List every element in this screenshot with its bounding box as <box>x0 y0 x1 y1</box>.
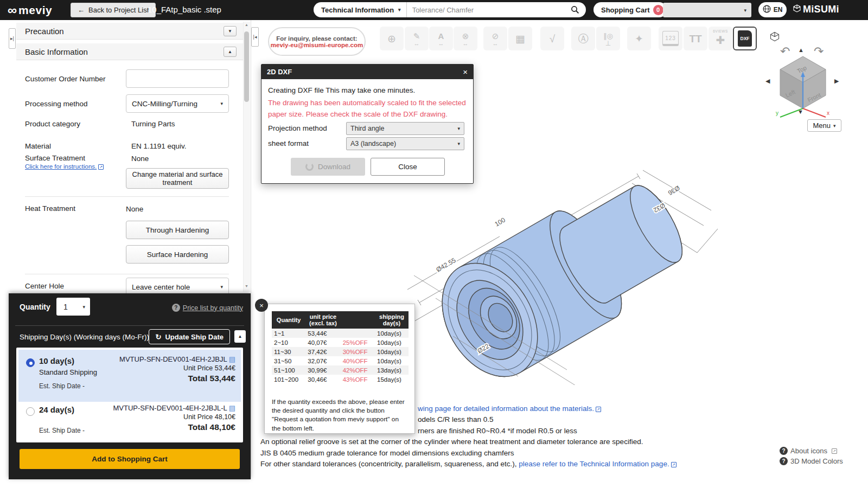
material-label: Material <box>25 142 51 150</box>
section-basic-information[interactable]: Basic Information ▲ <box>16 43 243 60</box>
back-to-project-list-button[interactable]: ← Back to Project List <box>71 3 156 17</box>
basic-information-collapse-button[interactable]: ▲ <box>224 47 237 57</box>
shopping-cart-label: Shopping Cart <box>601 6 650 14</box>
shipping-collapse-button[interactable]: ▲ <box>234 330 246 343</box>
change-material-button[interactable]: Change material and surface treatment <box>126 168 229 189</box>
shipping-days-value: 24 day(s) <box>39 405 74 414</box>
viewer-menu-button[interactable]: Menu ▾ <box>807 119 841 132</box>
unit-price: Unit Price 48,10€ <box>113 413 235 421</box>
surface-roughness-button[interactable]: √ <box>540 27 564 50</box>
note-relief-groove: An optional relief groove is set at the … <box>260 438 643 446</box>
materials-link-fragment[interactable]: wing page for detailed information about… <box>418 404 601 413</box>
part-number: MVTUP-SFN-DEV001-4EH-2JBJL-L <box>113 404 227 412</box>
measure-button[interactable]: 123 <box>659 27 682 50</box>
text-dimension-button[interactable]: A↔ <box>429 27 453 50</box>
viewer-collapse-handle[interactable]: |◂ <box>251 27 259 47</box>
edit-dimension-button[interactable]: ✎↔ <box>405 27 429 50</box>
instructions-link[interactable]: Click here for instructions.↗ <box>25 163 104 170</box>
dimension-arrow-icon: ↔ <box>414 41 420 46</box>
shipping-option-24-days[interactable]: 24 day(s) Est. Ship Date - MVTUP-SFN-DEV… <box>18 402 241 440</box>
quantity-select[interactable]: 1 ▾ <box>56 298 90 316</box>
delete-dimension-button[interactable]: ⊗↔ <box>454 27 477 50</box>
copy-document-icon[interactable]: ▤ <box>229 355 235 363</box>
divider <box>25 196 229 197</box>
technical-information-link[interactable]: please refer to the Technical Informatio… <box>519 460 676 468</box>
table-row: 31~5032,07€40%OFF10day(s) <box>272 356 409 365</box>
sheet-format-select[interactable]: A3 (landscape) ▾ <box>346 137 464 150</box>
scroll-down-arrow[interactable]: ▼ <box>243 284 250 288</box>
svg-text:x: x <box>827 110 829 116</box>
chevron-down-icon: ▾ <box>744 8 746 13</box>
technical-information-dropdown[interactable]: Technical Information ▾ <box>314 2 407 17</box>
customer-order-number-input[interactable] <box>126 69 229 88</box>
sidebar-collapse-handle[interactable]: ▸| <box>9 28 16 49</box>
hole-table-button[interactable]: ▦ <box>508 27 532 50</box>
add-to-shopping-cart-button[interactable]: Add to Shopping Cart <box>20 449 240 469</box>
col-shipping: shippingday(s) <box>375 311 409 329</box>
misumi-cube-icon <box>793 4 801 15</box>
copy-document-icon[interactable]: ▤ <box>229 404 235 412</box>
header-empty-dropdown[interactable]: ▾ <box>663 3 751 17</box>
search-input[interactable] <box>407 6 569 14</box>
search-icon[interactable] <box>569 5 586 14</box>
model-colors-link[interactable]: ? 3D Model Colors <box>780 457 843 465</box>
surface-hardening-button[interactable]: Surface Hardening <box>126 245 229 264</box>
price-popup-close-icon[interactable]: × <box>255 299 268 312</box>
option-price-block: MVTUP-SFN-DEV001-4EH-2JBJL▤ Unit Price 5… <box>119 354 235 383</box>
annotation-button[interactable]: Ⓐ <box>571 27 595 50</box>
close-icon[interactable]: × <box>463 67 468 76</box>
divider <box>15 325 244 326</box>
product-category-label: Product category <box>25 120 80 128</box>
dxf-download-button[interactable]: DXF <box>733 27 757 50</box>
center-hole-label: Center Hole <box>25 282 64 290</box>
external-link-icon: ↗ <box>832 448 837 454</box>
section-precaution[interactable]: Precaution ▼ <box>16 23 243 40</box>
about-icons-link[interactable]: ? About icons ↗ <box>780 447 843 455</box>
text-size-button[interactable]: TT <box>684 27 707 50</box>
precaution-expand-button[interactable]: ▼ <box>224 26 237 36</box>
cube-up-arrow[interactable]: ▲ <box>798 47 804 53</box>
svg-text:Ø36: Ø36 <box>667 184 681 197</box>
table-row: 101~20030,46€43%OFF15day(s) <box>272 375 409 384</box>
chevron-down-icon: ▾ <box>833 123 836 129</box>
download-button[interactable]: Download <box>291 158 365 176</box>
cube-right-arrow[interactable]: ▶ <box>834 78 839 85</box>
back-button-label: Back to Project List <box>88 6 149 14</box>
update-ship-date-button[interactable]: ↻ Update Ship Date <box>149 329 230 344</box>
note-fragment-corners: rners are finished R0~R0.4 *if model R0.… <box>418 427 577 435</box>
processing-method-select[interactable]: CNC-Milling/Turning ▾ <box>126 94 229 113</box>
heat-treatment-label: Heat Treatment <box>25 204 75 213</box>
view-cube[interactable]: Top Left Front y x <box>775 53 831 121</box>
help-icon: ? <box>780 447 788 455</box>
dxf-close-button[interactable]: Close <box>371 158 445 176</box>
total-price: Total 48,10€ <box>113 422 235 432</box>
meviy-logo[interactable]: ∞ meviy <box>8 0 52 20</box>
radio-selected-icon[interactable] <box>26 358 35 367</box>
chevron-down-icon: ▾ <box>457 126 460 131</box>
chevron-down-icon: ▾ <box>398 7 401 12</box>
3d-model-viewport[interactable]: 100 Ø36 Ø32 Ø42.55 Ø22 <box>404 157 719 385</box>
misumi-logo[interactable]: MiSUMi <box>793 4 839 15</box>
shipping-method: Standard Shipping <box>39 368 97 376</box>
cube-left-arrow[interactable]: ◀ <box>765 78 770 85</box>
top-bar: ∞ meviy ← Back to Project List 10_FAtp_b… <box>0 0 868 20</box>
chamfer-button[interactable]: ✦ <box>627 27 651 50</box>
sidebar-scrollbar-thumb[interactable] <box>244 31 249 102</box>
heat-treatment-value: None <box>126 205 143 213</box>
geometric-tolerance-button[interactable]: ∥◎⊥ <box>596 27 620 50</box>
radio-unselected-icon[interactable] <box>26 407 35 416</box>
divider <box>25 274 229 274</box>
six-views-button[interactable]: 6VIEWS✚ <box>709 27 732 50</box>
language-selector[interactable]: EN <box>758 2 787 17</box>
datum-target-button[interactable]: ⊕ <box>380 27 404 50</box>
projection-method-select[interactable]: Third angle ▾ <box>346 122 464 135</box>
scroll-up-arrow[interactable]: ▲ <box>243 23 250 27</box>
help-links: ? About icons ↗ ? 3D Model Colors <box>780 447 843 467</box>
price-list-by-quantity-link[interactable]: Price list by quantity <box>183 304 243 312</box>
shipping-option-10-days[interactable]: 10 day(s) Standard Shipping Est. Ship Da… <box>18 350 241 402</box>
isometric-view-icon[interactable] <box>770 31 780 44</box>
hide-dimension-button[interactable]: ⊘↔ <box>483 27 507 50</box>
through-hardening-button[interactable]: Through Hardening <box>126 221 229 239</box>
shopping-cart-button[interactable]: Shopping Cart 0 <box>593 2 667 17</box>
contact-email[interactable]: meviy-eu@misumi-europe.com <box>271 42 363 48</box>
